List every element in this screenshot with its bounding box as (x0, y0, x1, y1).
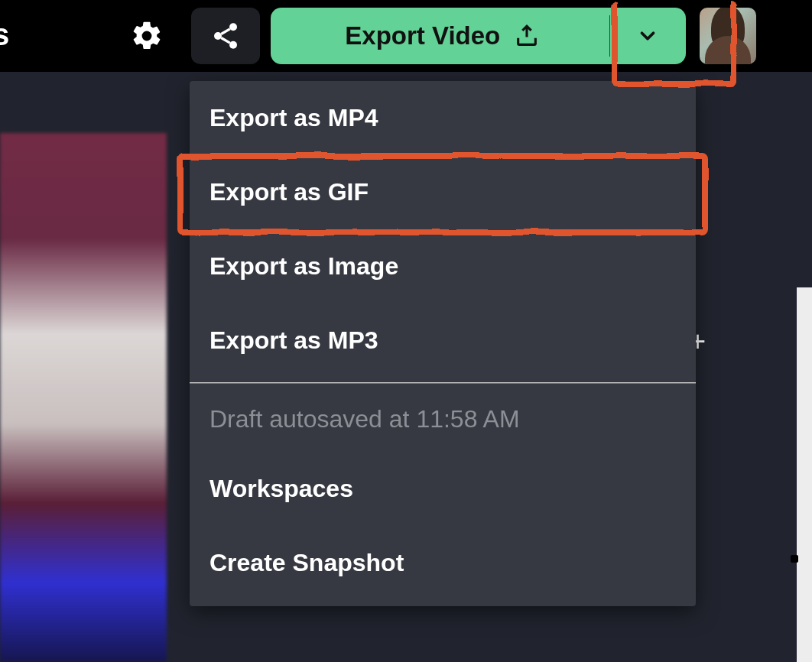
gear-icon (130, 19, 164, 53)
export-video-label: Export Video (345, 21, 500, 50)
menu-item-export-mp3[interactable]: Export as MP3 (190, 303, 696, 378)
scrollbar-marker (791, 555, 798, 563)
export-dropdown-button[interactable] (609, 8, 686, 64)
svg-point-2 (229, 41, 237, 49)
video-preview-thumbnail (0, 133, 167, 662)
menu-item-export-image[interactable]: Export as Image (190, 229, 696, 303)
top-toolbar: s Export Video (0, 0, 812, 72)
svg-point-0 (229, 23, 237, 31)
menu-item-export-gif[interactable]: Export as GIF (190, 155, 696, 229)
export-button-group: Export Video (271, 8, 686, 64)
export-icon (514, 23, 540, 49)
autosave-status: Draft autosaved at 11:58 AM (190, 405, 696, 452)
svg-point-1 (214, 32, 222, 40)
menu-item-workspaces[interactable]: Workspaces (190, 452, 696, 526)
title-stub: s (0, 18, 9, 52)
settings-button[interactable] (124, 13, 170, 59)
user-avatar[interactable] (700, 8, 756, 64)
menu-item-create-snapshot[interactable]: Create Snapshot (190, 526, 696, 600)
export-video-button[interactable]: Export Video (271, 8, 609, 64)
right-scrollbar[interactable] (797, 287, 812, 662)
menu-separator (190, 382, 696, 384)
menu-item-export-mp4[interactable]: Export as MP4 (190, 81, 696, 155)
share-icon (210, 21, 241, 51)
share-button[interactable] (191, 8, 260, 64)
export-dropdown-menu: Export as MP4 Export as GIF Export as Im… (190, 81, 696, 606)
chevron-down-icon (636, 24, 659, 47)
